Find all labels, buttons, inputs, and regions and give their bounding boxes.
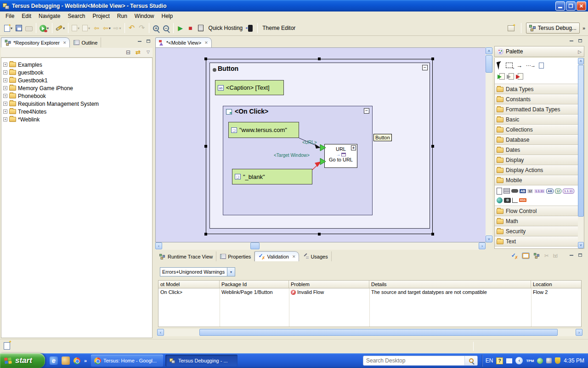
palette-category-database[interactable]: Database — [495, 135, 578, 145]
palette-header[interactable]: Palette ▷ — [494, 46, 584, 57]
zoom-in-button[interactable]: + — [151, 23, 161, 34]
onclick-flow-box[interactable]: <On Click> − ❑ "www.tersus.com" ❑ "_blan… — [223, 106, 373, 215]
show-selected-button[interactable] — [522, 253, 529, 259]
new-wizard-button[interactable]: ✦▾ — [3, 23, 14, 34]
note-tool-icon[interactable] — [539, 63, 544, 69]
zoom-out-button[interactable]: − — [161, 23, 171, 34]
mobile-list-tool-icon[interactable] — [503, 188, 510, 194]
palette-category-security[interactable]: Security — [495, 226, 578, 236]
active-perspective-button[interactable]: Tersus Debug... — [526, 23, 580, 34]
mobile-preview-button[interactable] — [245, 23, 255, 34]
next-annotation-button[interactable]: ▾ — [70, 23, 81, 34]
external-tools-button[interactable]: ▾ — [54, 23, 66, 34]
selection-handle[interactable] — [318, 58, 321, 60]
search-desktop-input[interactable] — [363, 356, 464, 365]
menu-run[interactable]: Run — [113, 12, 131, 20]
restore-button[interactable]: ❐ — [566, 1, 576, 11]
view-minimize-button[interactable] — [136, 38, 143, 44]
cut-button[interactable]: ✂ — [544, 253, 549, 259]
expander-icon[interactable]: + — [3, 94, 7, 98]
collapse-button[interactable]: − — [422, 65, 428, 70]
target-port-icon[interactable] — [320, 158, 326, 165]
link-with-editor-button[interactable]: ⇄ — [136, 49, 141, 56]
scroll-left-button[interactable]: ‹ — [157, 329, 164, 336]
forward-button[interactable]: ⇨▾ — [112, 23, 123, 34]
selection-handle[interactable] — [204, 233, 207, 236]
palette-category-flow-control[interactable]: Flow Control — [495, 206, 578, 216]
expander-icon[interactable]: + — [3, 109, 7, 114]
button-model-box[interactable]: Button − ab <Caption> [Text] <On Click> … — [209, 63, 430, 229]
scroll-thumb[interactable] — [250, 242, 260, 249]
tab-runtime-trace[interactable]: Runtime Trace View — [155, 251, 216, 261]
green-trigger-icon[interactable] — [499, 73, 505, 80]
pin-chevron-icon[interactable]: ▷ — [578, 49, 582, 54]
menu-window[interactable]: Window — [131, 12, 158, 20]
flow-tool-icon[interactable]: → — [516, 62, 522, 69]
chrome-quicklaunch-icon[interactable] — [74, 357, 80, 364]
stop-button[interactable]: ■ — [186, 23, 196, 34]
collapse-all-button[interactable]: ⊟ — [126, 49, 130, 56]
expander-icon[interactable]: + — [3, 78, 7, 82]
chart-tool-icon[interactable] — [512, 198, 518, 203]
view-maximize-button[interactable] — [577, 252, 583, 258]
scroll-down-button[interactable]: ˅ — [578, 242, 584, 248]
expander-icon[interactable]: + — [3, 63, 7, 67]
selection-handle[interactable] — [204, 58, 207, 60]
palette-category-mobile[interactable]: Mobile — [495, 175, 578, 185]
menu-project[interactable]: Project — [89, 12, 113, 20]
search-button[interactable] — [464, 356, 477, 365]
expander-icon[interactable]: + — [3, 86, 7, 90]
quicklaunch-overflow[interactable]: » — [84, 358, 87, 363]
scroll-up-button[interactable]: ˄ — [578, 58, 584, 64]
palette-category-math[interactable]: Math — [495, 216, 578, 226]
view-minimize-button[interactable] — [568, 252, 575, 258]
selection-handle[interactable] — [318, 233, 321, 236]
expander-icon[interactable]: + — [3, 102, 7, 106]
hide-icons-chevron[interactable]: ‹ — [515, 357, 523, 364]
undo-checkpoint-button[interactable]: ↶ — [127, 23, 137, 34]
palette-category-data-types[interactable]: Data Types — [495, 84, 578, 94]
close-icon[interactable]: ✕ — [292, 254, 296, 259]
text-field-tool-icon[interactable]: AB — [520, 189, 526, 193]
tree-item-guestbook1[interactable]: +Guestbook1 — [1, 76, 152, 84]
view-maximize-button[interactable] — [577, 38, 583, 44]
tree-item-phonebook[interactable]: +Phonebook — [1, 92, 152, 100]
back-button[interactable]: ⇦▾ — [102, 23, 112, 34]
wireless-tray-icon[interactable] — [537, 358, 543, 364]
caption-element[interactable]: ab <Caption> [Text] — [215, 80, 284, 95]
quick-hosting-button[interactable] — [196, 23, 206, 34]
task-tersus[interactable]: Tersus Debugging - ... — [165, 355, 237, 367]
save-button[interactable] — [14, 23, 24, 34]
text-input-tool-icon[interactable]: AB — [546, 189, 554, 194]
mobile-view-tool-icon[interactable] — [497, 188, 502, 195]
editor-hscrollbar[interactable]: ‹ › — [155, 242, 486, 250]
scroll-up-button[interactable]: ˄ — [486, 47, 492, 54]
gray-trigger-icon[interactable] — [509, 73, 514, 80]
selection-handle[interactable] — [431, 233, 434, 236]
validate-button[interactable]: ✓✗ — [511, 253, 518, 259]
redo-checkpoint-button[interactable]: ↷ — [137, 23, 147, 34]
palette-category-display[interactable]: Display — [495, 155, 578, 165]
palette-category-text[interactable]: Text — [495, 236, 578, 247]
minimize-button[interactable] — [555, 1, 565, 11]
tab-repository-explorer[interactable]: *Repository Explorer ✕ — [1, 37, 70, 47]
run-button[interactable]: ▶ — [175, 23, 186, 34]
palette-category-dates[interactable]: Dates — [495, 145, 578, 155]
ie-quicklaunch-icon[interactable]: e — [50, 356, 58, 365]
tab-outline[interactable]: Outline — [70, 37, 101, 47]
bottom-hscrollbar[interactable]: ‹ › — [157, 329, 582, 336]
debug-button[interactable]: ▾ — [38, 23, 50, 34]
col-details[interactable]: Details — [369, 281, 531, 288]
url-port-icon[interactable] — [320, 144, 326, 151]
view-minimize-button[interactable] — [568, 38, 575, 44]
tree-item-memory-game[interactable]: +Memory Game iPhone — [1, 84, 152, 92]
start-button[interactable]: start — [0, 353, 45, 368]
expander-icon[interactable]: + — [3, 117, 7, 121]
open-perspective-button[interactable] — [506, 23, 516, 34]
security-shield-icon[interactable] — [555, 357, 560, 364]
col-package-id[interactable]: Package Id — [220, 281, 289, 288]
volume-tray-icon[interactable] — [546, 358, 552, 363]
scroll-thumb[interactable] — [199, 329, 558, 336]
theme-editor-button[interactable]: Theme Editor — [260, 25, 298, 31]
tab-mobile-view[interactable]: *<Mobile View> ✕ — [155, 37, 212, 47]
